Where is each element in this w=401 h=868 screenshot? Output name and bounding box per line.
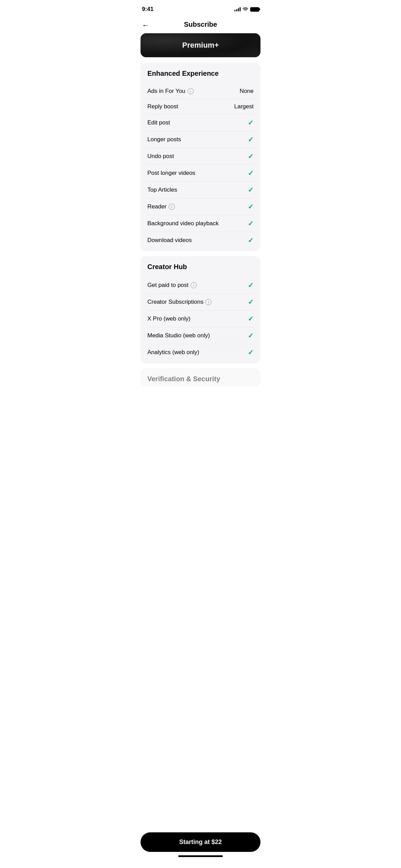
feature-name-longer-posts: Longer posts: [147, 136, 181, 143]
feature-name-analytics: Analytics (web only): [147, 349, 199, 356]
check-icon-longer-videos: ✓: [248, 169, 254, 177]
scroll-area: Enhanced Experience Ads in For You i Non…: [134, 63, 267, 414]
info-icon-get-paid[interactable]: i: [191, 282, 197, 288]
feature-name-ads: Ads in For You: [147, 88, 185, 95]
status-icons: [234, 7, 259, 12]
feature-row-undo-post: Undo post ✓: [147, 148, 254, 165]
feature-name-media-studio: Media Studio (web only): [147, 332, 210, 339]
feature-name-longer-videos: Post longer videos: [147, 170, 195, 177]
battery-icon: [250, 7, 259, 12]
signal-icon: [234, 7, 241, 11]
info-icon-ads[interactable]: i: [187, 88, 194, 94]
header: ← Subscribe: [134, 17, 267, 33]
check-icon-analytics: ✓: [248, 348, 254, 357]
enhanced-experience-title: Enhanced Experience: [147, 70, 254, 77]
check-icon-edit-post: ✓: [248, 119, 254, 127]
wifi-icon: [243, 7, 248, 12]
feature-row-longer-videos: Post longer videos ✓: [147, 165, 254, 182]
feature-row-reader: Reader i ✓: [147, 198, 254, 215]
feature-row-get-paid: Get paid to post i ✓: [147, 277, 254, 294]
status-time: 9:41: [142, 6, 154, 13]
feature-name-edit-post: Edit post: [147, 119, 170, 126]
check-icon-top-articles: ✓: [248, 186, 254, 194]
back-button[interactable]: ←: [141, 20, 151, 31]
verification-security-title: Verification & Security: [147, 375, 254, 383]
check-icon-download-videos: ✓: [248, 236, 254, 244]
page-title: Subscribe: [184, 21, 217, 28]
status-bar: 9:41: [134, 0, 267, 17]
feature-name-get-paid: Get paid to post: [147, 282, 189, 289]
feature-row-bg-video: Background video playback ✓: [147, 215, 254, 232]
info-icon-reader[interactable]: i: [169, 204, 175, 210]
check-icon-x-pro: ✓: [248, 315, 254, 323]
feature-row-media-studio: Media Studio (web only) ✓: [147, 327, 254, 344]
feature-value-reply-boost: Largest: [234, 103, 254, 110]
feature-name-x-pro: X Pro (web only): [147, 315, 191, 322]
feature-name-creator-subs: Creator Subscriptions: [147, 299, 203, 305]
feature-row-analytics: Analytics (web only) ✓: [147, 344, 254, 358]
feature-row-x-pro: X Pro (web only) ✓: [147, 311, 254, 327]
creator-hub-title: Creator Hub: [147, 263, 254, 271]
feature-row-longer-posts: Longer posts ✓: [147, 131, 254, 148]
check-icon-creator-subs: ✓: [248, 298, 254, 306]
feature-row-ads: Ads in For You i None: [147, 84, 254, 99]
feature-name-undo-post: Undo post: [147, 153, 174, 160]
check-icon-get-paid: ✓: [248, 281, 254, 289]
feature-name-download-videos: Download videos: [147, 237, 192, 244]
check-icon-longer-posts: ✓: [248, 135, 254, 144]
feature-row-download-videos: Download videos ✓: [147, 232, 254, 246]
feature-row-top-articles: Top Articles ✓: [147, 182, 254, 198]
feature-name-bg-video: Background video playback: [147, 220, 219, 227]
feature-name-reply-boost: Reply boost: [147, 103, 178, 110]
info-icon-creator-subs[interactable]: i: [205, 299, 211, 305]
feature-row-edit-post: Edit post ✓: [147, 114, 254, 131]
check-icon-bg-video: ✓: [248, 219, 254, 228]
check-icon-undo-post: ✓: [248, 152, 254, 160]
premium-label: Premium+: [182, 41, 219, 49]
verification-security-card: Verification & Security: [141, 368, 260, 386]
creator-hub-card: Creator Hub Get paid to post i ✓ Creator…: [141, 256, 260, 363]
check-icon-media-studio: ✓: [248, 331, 254, 340]
feature-row-creator-subs: Creator Subscriptions i ✓: [147, 294, 254, 311]
feature-name-top-articles: Top Articles: [147, 186, 177, 193]
check-icon-reader: ✓: [248, 203, 254, 211]
feature-name-reader: Reader: [147, 203, 167, 210]
premium-banner: Premium+: [141, 33, 260, 57]
feature-value-ads: None: [240, 88, 254, 95]
feature-row-reply-boost: Reply boost Largest: [147, 99, 254, 114]
enhanced-experience-card: Enhanced Experience Ads in For You i Non…: [141, 63, 260, 251]
